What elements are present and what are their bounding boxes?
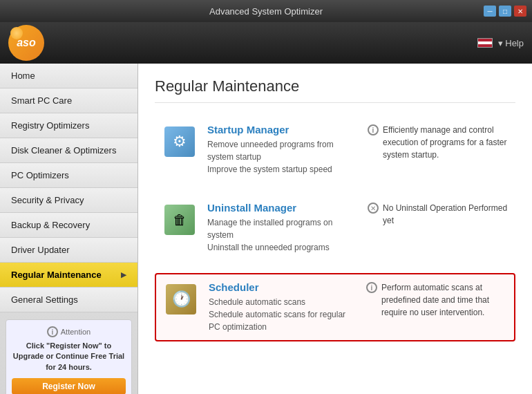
attention-title: i Attention (12, 326, 126, 337)
feature-uninstall-manager[interactable]: Uninstall Manager Manage the installed p… (155, 195, 515, 261)
sidebar: Home Smart PC Care Registry Optimizers D… (0, 64, 138, 394)
startup-status-icon: i (368, 124, 379, 135)
startup-desc-line1: Remove unneeded programs from system sta… (207, 140, 334, 162)
startup-manager-status: i Efficiently manage and control executi… (357, 124, 509, 176)
uninstall-status-text: No Uninstall Operation Performed yet (383, 202, 509, 227)
uninstall-desc-line1: Manage the installed programs on system (207, 218, 332, 240)
scheduler-status: i Perform automatic scans at predefined … (355, 281, 507, 333)
logo-text: aso (17, 37, 36, 49)
startup-manager-icon (162, 124, 198, 160)
startup-icon-graphic (164, 126, 195, 157)
window-controls: ─ □ ✕ (484, 6, 526, 17)
uninstall-manager-info: Uninstall Manager Manage the installed p… (207, 202, 357, 254)
feature-startup-manager[interactable]: Startup Manager Remove unneeded programs… (155, 117, 515, 182)
uninstall-status-icon: ✕ (368, 203, 379, 214)
page-title: Regular Maintenance (155, 77, 515, 103)
scheduler-info: Scheduler Schedule automatic scans Sched… (209, 281, 355, 333)
scheduler-desc: Schedule automatic scans Schedule automa… (209, 296, 355, 333)
attention-info-icon: i (47, 326, 58, 337)
sidebar-item-backup-recovery[interactable]: Backup & Recovery (0, 213, 137, 238)
attention-box: i Attention Click "Register Now" to Upgr… (6, 319, 132, 394)
scheduler-icon-graphic (166, 284, 196, 315)
uninstall-desc-line2: Uninstall the unneeded programs (207, 243, 330, 252)
sidebar-item-general-settings[interactable]: General Settings (0, 288, 137, 312)
window-title: Advanced System Optimizer (209, 6, 323, 17)
uninstall-manager-name: Uninstall Manager (207, 202, 357, 214)
scheduler-name: Scheduler (209, 281, 355, 293)
scheduler-status-text: Perform automatic scans at predefined da… (381, 281, 507, 319)
attention-title-text: Attention (61, 328, 91, 336)
uninstall-manager-desc: Manage the installed programs on system … (207, 216, 357, 254)
sidebar-item-driver-updater[interactable]: Driver Updater (0, 238, 137, 263)
header-right: ▾ Help (477, 38, 524, 48)
app-header: aso ▾ Help (0, 22, 532, 64)
title-bar: Advanced System Optimizer ─ □ ✕ (0, 0, 532, 22)
main-layout: Home Smart PC Care Registry Optimizers D… (0, 64, 532, 394)
maximize-button[interactable]: □ (499, 6, 511, 17)
sidebar-item-registry-optimizers[interactable]: Registry Optimizers (0, 113, 137, 138)
uninstall-manager-icon (162, 202, 198, 238)
attention-text: Click "Register Now" to Upgrade or Conti… (12, 341, 126, 373)
uninstall-icon-graphic (164, 205, 195, 235)
sidebar-item-disk-cleaner[interactable]: Disk Cleaner & Optimizers (0, 138, 137, 163)
startup-manager-info: Startup Manager Remove unneeded programs… (207, 124, 357, 176)
feature-scheduler[interactable]: Scheduler Schedule automatic scans Sched… (155, 273, 515, 341)
sidebar-item-home[interactable]: Home (0, 64, 137, 88)
scheduler-status-icon: i (366, 282, 377, 293)
scheduler-desc-line1: Schedule automatic scans (209, 297, 305, 307)
app-logo: aso (8, 25, 48, 61)
scheduler-icon (163, 281, 199, 317)
sidebar-item-smart-pc-care[interactable]: Smart PC Care (0, 88, 137, 113)
startup-manager-name: Startup Manager (207, 124, 357, 135)
sidebar-item-regular-maintenance[interactable]: Regular Maintenance (0, 263, 137, 288)
scheduler-desc-line2: Schedule automatic scans for regular PC … (209, 310, 345, 332)
help-button[interactable]: ▾ Help (498, 38, 524, 48)
startup-desc-line2: Improve the system startup speed (207, 165, 332, 174)
register-now-button[interactable]: Register Now (12, 378, 126, 394)
uninstall-manager-status: ✕ No Uninstall Operation Performed yet (357, 202, 509, 254)
startup-status-text: Efficiently manage and control execution… (383, 124, 509, 161)
sidebar-item-pc-optimizers[interactable]: PC Optimizers (0, 163, 137, 188)
close-button[interactable]: ✕ (514, 6, 526, 17)
startup-manager-desc: Remove unneeded programs from system sta… (207, 138, 357, 176)
sidebar-item-security-privacy[interactable]: Security & Privacy (0, 188, 137, 213)
content-area: Regular Maintenance Startup Manager Remo… (138, 64, 532, 394)
flag-icon (477, 38, 493, 48)
minimize-button[interactable]: ─ (484, 6, 496, 17)
logo-circle: aso (8, 25, 44, 61)
